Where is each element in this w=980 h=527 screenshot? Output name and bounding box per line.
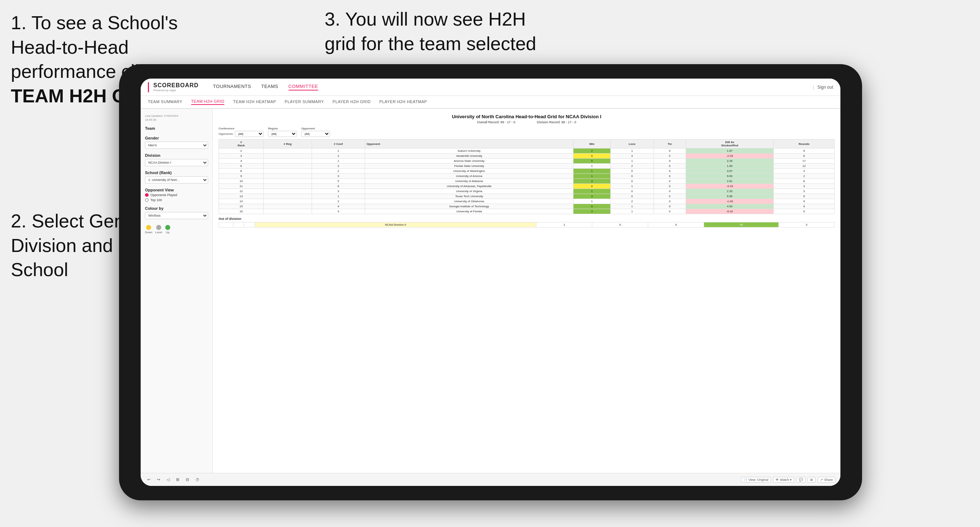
table-row: 15 4 Georgia Institute of Technology 0 1… [219,204,835,209]
filter-opponent-select[interactable]: (All) [301,131,330,137]
legend-down-dot [146,225,151,230]
toolbar-undo[interactable]: ↩ [146,476,152,483]
row-opponent: Georgia Institute of Technology [365,204,573,209]
row-conf: 1 [312,194,365,199]
ood-tie: 0 [648,222,704,227]
row-rank: 10 [219,179,264,184]
row-reg [264,184,312,189]
row-opponent: University of Arizona [365,174,573,179]
bottom-toolbar: ↩ ↪ ◁ ⊞ ⊟ ⏱ 📄 View: Original 👁 Watch ▾ 💬… [141,473,840,486]
row-diff: -6.42 [686,209,774,214]
row-diff: 2.29 [686,159,774,163]
row-rounds: 3 [774,184,835,189]
toolbar-back[interactable]: ◁ [165,476,171,483]
row-conf: 3 [312,209,365,214]
toolbar-clock[interactable]: ⏱ [194,477,201,483]
row-opponent: Auburn University [365,149,573,154]
nav-committee[interactable]: COMMITTEE [288,84,318,90]
row-tie: 0 [654,194,686,199]
sidebar-gender-label: Gender [145,136,208,140]
toolbar-view: 📄 View: Original 👁 Watch ▾ 💬 ⊞ ↗ Share [741,477,835,483]
sidebar-school-select[interactable]: 1. University of Nort... [145,176,208,184]
grid-area: University of North Carolina Head-to-Hea… [213,109,840,473]
row-win: 1 [573,189,611,194]
sidebar-gender-select[interactable]: Men's [145,142,208,149]
row-win: 2 [573,149,611,154]
sub-nav: TEAM SUMMARY TEAM H2H GRID TEAM H2H HEAT… [141,96,840,109]
view-original-btn[interactable]: 📄 View: Original [741,477,771,483]
col-diff: Diff Av Strokes/Rnd [686,140,774,149]
row-diff: 1.83 [686,163,774,169]
share-btn[interactable]: ↗ Share [818,477,835,483]
sidebar-radio-top100[interactable]: Top 100 [145,198,208,202]
table-row: 14 2 University of Oklahoma 1 2 0 -1.00 … [219,199,835,204]
row-rank: 3 [219,154,264,159]
top-nav: SCOREBOARD Powered by clippi TOURNAMENTS… [141,79,840,96]
filter-region-select[interactable]: (All) [268,131,297,137]
row-rounds: 3 [774,169,835,174]
table-row: 6 2 Florida State University 1 2 0 1.83 … [219,163,835,169]
toolbar-plus[interactable]: ⊞ [175,476,181,483]
row-opponent: Vanderbilt University [365,154,573,159]
sidebar-school-label: School (Rank) [145,170,208,175]
row-rank: 13 [219,194,264,199]
sidebar-division-select[interactable]: NCAA Division I [145,159,208,166]
filter-region-group: Region (All) [268,127,297,137]
table-row: 13 1 Texas Tech University 3 0 0 5.56 9 [219,194,835,199]
legend-up-dot [165,225,170,230]
row-conf: 2 [312,169,365,174]
ood-win: 1 [536,222,592,227]
row-opponent: Florida State University [365,163,573,169]
col-conf: # Conf [312,140,365,149]
row-win: 3 [573,179,611,184]
watch-btn[interactable]: 👁 Watch ▾ [773,477,794,483]
row-reg [264,149,312,154]
sidebar-radio-opponents[interactable]: Opponents Played [145,193,208,197]
row-reg [264,179,312,184]
sub-nav-player-summary[interactable]: PLAYER SUMMARY [285,100,324,105]
logo-text: SCOREBOARD [153,82,199,89]
legend-level: Level [155,225,162,234]
ood-name: NCAA Division II [255,222,536,227]
sub-nav-player-h2h-grid[interactable]: PLAYER H2H GRID [332,100,371,105]
toolbar-grid[interactable]: ⊟ [184,476,191,483]
sign-out-link[interactable]: Sign out [817,85,833,90]
row-loss: 1 [610,159,654,163]
row-diff: -2.29 [686,154,774,159]
grid-records: Overall Record: 89 - 17 - 0 Division Rec… [219,121,835,124]
row-rounds: 12 [774,163,835,169]
row-tie: 0 [654,169,686,174]
sub-nav-team-h2h-heatmap[interactable]: TEAM H2H HEATMAP [233,100,276,105]
table-row: 2 1 Auburn University 2 1 0 1.67 9 [219,149,835,154]
toolbar-redo[interactable]: ↪ [156,476,162,483]
row-rounds: 17 [774,159,835,163]
filter-conference: Conference Opponents: (All) [219,127,264,137]
sidebar-colour-select[interactable]: Win/loss [145,212,208,219]
view-label: View: Original [748,478,768,482]
grid-btn[interactable]: ⊞ [808,477,816,483]
row-conf: 3 [312,174,365,179]
row-opponent: University of Alabama [365,179,573,184]
sidebar-legend: Down Level Up [145,225,208,234]
row-loss: 4 [610,154,654,159]
h2h-table: # Rank # Reg # Conf Opponent Win Loss Ti… [219,139,835,214]
col-tie: Tie [654,140,686,149]
nav-teams[interactable]: TEAMS [261,84,278,90]
sub-nav-player-h2h-heatmap[interactable]: PLAYER H2H HEATMAP [379,100,427,105]
sub-nav-team-h2h-grid[interactable]: TEAM H2H GRID [191,99,225,105]
row-win: 0 [573,184,611,189]
comment-btn[interactable]: 💬 [796,477,805,483]
nav-tournaments[interactable]: TOURNAMENTS [213,84,251,90]
tablet-screen: SCOREBOARD Powered by clippi TOURNAMENTS… [141,79,840,486]
legend-level-dot [156,225,161,230]
row-conf: 1 [312,159,365,163]
row-conf: 4 [312,204,365,209]
sub-nav-team-summary[interactable]: TEAM SUMMARY [148,100,183,105]
row-conf: 2 [312,163,365,169]
row-reg [264,174,312,179]
filter-opponents-select[interactable]: (All) [235,131,264,137]
division-record: Division Record: 88 - 17 - 0 [537,121,576,124]
row-win: 0 [573,154,611,159]
row-reg [264,199,312,204]
sidebar-colour-label: Colour by [145,206,208,211]
